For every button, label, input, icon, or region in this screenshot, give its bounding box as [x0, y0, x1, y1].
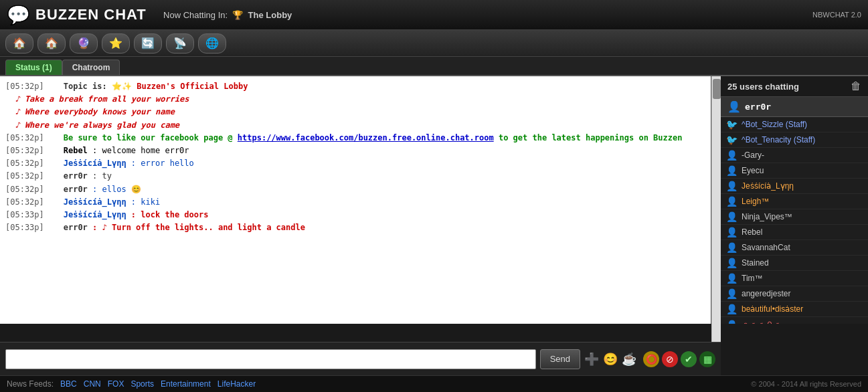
nf-entertainment[interactable]: Entertainment — [161, 379, 211, 389]
chat-line-fb: [05:32p] Be sure to like our facebook pa… — [5, 132, 705, 144]
user-avatar: 👤 — [726, 288, 737, 299]
current-user-name: err0r — [745, 102, 771, 112]
nf-lifehacker[interactable]: LifeHacker — [218, 379, 256, 389]
nf-fox[interactable]: FOX — [108, 379, 124, 389]
logo-icon: 💬 — [7, 4, 30, 26]
chat-input[interactable] — [5, 349, 536, 369]
right-input-icons: ⭕ ⊘ ✔ ▦ — [643, 351, 715, 367]
toolbar-star[interactable]: ⭐ — [102, 33, 130, 54]
copyright: © 2004 - 2014 All rights Reserved — [751, 380, 861, 388]
chat-line-song1: ♪ Take a break from all your worries — [5, 93, 705, 106]
user-item[interactable]: 👤 Jeṡṡícíȧ_Lүηη — [721, 179, 868, 194]
tab-status[interactable]: Status (1) — [5, 60, 62, 75]
user-avatar: 👤 — [726, 320, 737, 324]
user-panel: 25 users chatting 🗑 👤 err0r 🐦 ^Bot_Sizzl… — [721, 76, 868, 324]
user-item[interactable]: 👤 angeredjester — [721, 286, 868, 302]
user-item[interactable]: 👤 Leigh™ — [721, 194, 868, 209]
user-avatar: 👤 — [726, 242, 737, 253]
user-item[interactable]: 👤 beȧutiful•disȧster — [721, 302, 868, 317]
gold-circle-btn[interactable]: ⭕ — [643, 351, 659, 367]
middle-row: [05:32p] Topic is: ⭐✨ Buzzen's Official … — [0, 76, 868, 375]
toolbar-home1[interactable]: 🏠 — [5, 33, 33, 54]
user-avatar: 👤 — [726, 304, 737, 314]
user-name: -Gary- — [742, 151, 764, 160]
user-item[interactable]: 👤 Ninja_Vipes™ — [721, 209, 868, 225]
newsfeeds-label: News Feeds: — [7, 379, 54, 389]
user-panel-header: 25 users chatting 🗑 — [721, 76, 868, 97]
tab-chatroom[interactable]: Chatroom — [62, 60, 120, 75]
current-user-icon: 👤 — [727, 100, 741, 113]
header: 💬 BUZZEN CHAT Now Chatting In: 🏆 The Lob… — [0, 0, 868, 30]
user-name: SavannahCat — [742, 243, 790, 252]
user-avatar: 👤 — [726, 196, 737, 207]
user-item[interactable]: 👤 SavannahCat — [721, 240, 868, 256]
toolbar-crystal[interactable]: 🔮 — [70, 33, 98, 54]
chat-line-jessica3: [05:33p] Jeṡṡícíȧ_Lүηη : lock the doors — [5, 209, 705, 221]
user-item[interactable]: 👤 Stained — [721, 256, 868, 271]
chatting-in-label: Now Chatting In: 🏆 The Lobby — [159, 10, 292, 20]
user-name: Rebel — [742, 227, 762, 237]
facebook-link[interactable]: https://www.facebook.com/buzzen.free.onl… — [238, 133, 494, 142]
user-name: Tim™ — [742, 274, 763, 283]
toolbar-globe[interactable]: 🌐 — [198, 33, 226, 54]
red-no-btn[interactable]: ⊘ — [662, 351, 678, 367]
user-list[interactable]: 🐦 ^Bot_Sizzle (Staff) 🐦 ^Bot_Tenacity (S… — [721, 117, 868, 324]
chat-and-scroll: [05:32p] Topic is: ⭐✨ Buzzen's Official … — [0, 76, 721, 342]
chat-line-jessica2: [05:32p] Jeṡṡícíȧ_Lүηη : kiki — [5, 196, 705, 209]
user-name: Ninja_Vipes™ — [742, 212, 792, 221]
nf-cnn[interactable]: CNN — [84, 379, 101, 389]
user-item[interactable]: 👤 Tim™ — [721, 271, 868, 286]
toolbar-signal[interactable]: 📡 — [166, 33, 194, 54]
toolbar-refresh[interactable]: 🔄 — [134, 33, 162, 54]
user-avatar: 🐦 — [726, 134, 737, 145]
user-name: ｅｒｒ０ｒ — [742, 319, 782, 324]
app-layout: 💬 BUZZEN CHAT Now Chatting In: 🏆 The Lob… — [0, 0, 868, 392]
user-name: Leigh™ — [742, 197, 769, 206]
newsfeeds-bar: News Feeds: BBC CNN FOX Sports Entertain… — [0, 375, 868, 392]
dark-green-btn[interactable]: ▦ — [699, 351, 715, 367]
user-name: beȧutiful•disȧster — [742, 304, 803, 314]
smiley-icon[interactable]: 😊 — [603, 352, 618, 367]
nf-sports[interactable]: Sports — [131, 379, 154, 389]
user-name: angeredjester — [742, 289, 790, 298]
input-area: Send ➕ 😊 ☕ ⭕ ⊘ ✔ ▦ — [0, 342, 721, 375]
logo-text: BUZZEN CHAT — [35, 6, 147, 23]
user-avatar: 👤 — [726, 211, 737, 222]
scroll-thumb[interactable] — [713, 79, 721, 99]
user-avatar: 👤 — [726, 181, 737, 191]
left-panel: [05:32p] Topic is: ⭐✨ Buzzen's Official … — [0, 76, 721, 375]
user-name: ^Bot_Sizzle (Staff) — [742, 120, 807, 129]
mug-icon[interactable]: ☕ — [622, 352, 636, 367]
user-avatar: 👤 — [726, 258, 737, 268]
user-item[interactable]: 👤 Rebel — [721, 225, 868, 240]
user-item[interactable]: 👤 -Gary- — [721, 148, 868, 163]
chat-area[interactable]: [05:32p] Topic is: ⭐✨ Buzzen's Official … — [0, 76, 711, 324]
chat-line-song2: ♪ Where everybody knows your name — [5, 106, 705, 118]
user-item[interactable]: 🐦 ^Bot_Tenacity (Staff) — [721, 132, 868, 148]
chat-line-err0r2: [05:32p] err0r : ellos 😊 — [5, 183, 705, 196]
green-check-btn[interactable]: ✔ — [681, 351, 697, 367]
user-avatar: 👤 — [726, 150, 737, 161]
user-count: 25 users chatting — [727, 82, 799, 92]
toolbar-home2[interactable]: 🏠 — [37, 33, 66, 54]
version-badge: NBWCHAT 2.0 — [812, 11, 861, 19]
newsfeeds-links: News Feeds: BBC CNN FOX Sports Entertain… — [7, 379, 256, 389]
chat-line-jessica1: [05:32p] Jeṡṡícíȧ_Lүηη : error hello — [5, 157, 705, 170]
user-avatar: 🐦 — [726, 119, 737, 130]
user-item[interactable]: 👤 ｅｒｒ０ｒ — [721, 317, 868, 324]
user-item[interactable]: 👤 Eyecu — [721, 163, 868, 179]
chat-line-topic: [05:32p] Topic is: ⭐✨ Buzzen's Official … — [5, 80, 705, 93]
chat-line-err0r1: [05:32p] err0r : ty — [5, 170, 705, 183]
add-icon[interactable]: ➕ — [584, 352, 599, 367]
user-avatar: 👤 — [726, 227, 737, 237]
trash-icon[interactable]: 🗑 — [851, 80, 861, 92]
user-name: Jeṡṡícíȧ_Lүηη — [742, 181, 794, 191]
chat-line-err0r3: [05:33p] err0r : ♪ Turn off the lights..… — [5, 221, 705, 234]
user-item[interactable]: 🐦 ^Bot_Sizzle (Staff) — [721, 117, 868, 132]
logo-area: 💬 BUZZEN CHAT — [7, 4, 147, 26]
toolbar: 🏠 🏠 🔮 ⭐ 🔄 📡 🌐 — [0, 30, 868, 57]
tab-bar: Status (1) Chatroom — [0, 57, 868, 76]
chat-scrollbar[interactable] — [711, 76, 721, 342]
send-button[interactable]: Send — [540, 349, 580, 369]
nf-bbc[interactable]: BBC — [60, 379, 77, 389]
